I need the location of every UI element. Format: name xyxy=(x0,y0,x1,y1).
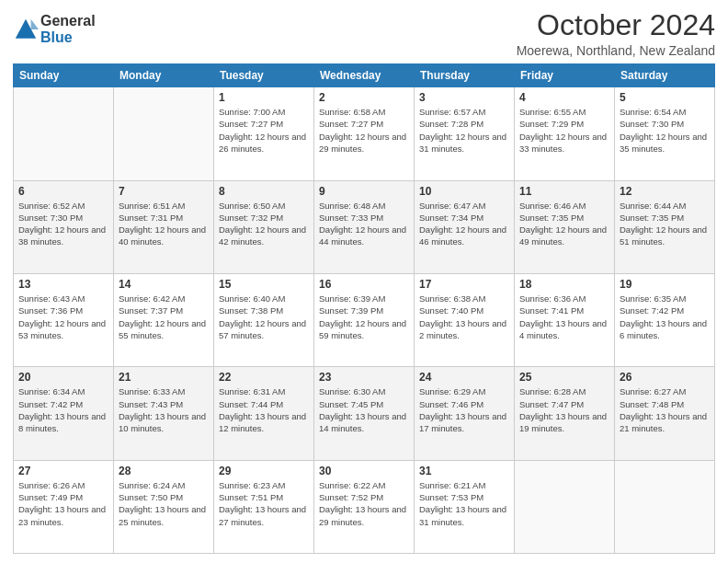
day-info: Sunrise: 6:42 AMSunset: 7:37 PMDaylight:… xyxy=(119,293,209,341)
day-info: Sunrise: 6:54 AMSunset: 7:30 PMDaylight:… xyxy=(620,106,710,155)
day-info: Sunrise: 6:48 AMSunset: 7:33 PMDaylight:… xyxy=(319,200,409,248)
col-tuesday: Tuesday xyxy=(214,64,314,87)
logo-icon xyxy=(13,17,39,42)
calendar-header: Sunday Monday Tuesday Wednesday Thursday… xyxy=(14,64,715,87)
day-info-line: Sunset: 7:28 PM xyxy=(419,118,509,130)
day-number: 14 xyxy=(119,278,209,291)
day-info-line: Sunrise: 6:55 AM xyxy=(519,106,609,118)
day-info: Sunrise: 6:39 AMSunset: 7:39 PMDaylight:… xyxy=(319,293,409,341)
table-row: 24Sunrise: 6:29 AMSunset: 7:46 PMDayligh… xyxy=(415,367,515,460)
table-row: 21Sunrise: 6:33 AMSunset: 7:43 PMDayligh… xyxy=(114,367,214,460)
calendar-table: Sunday Monday Tuesday Wednesday Thursday… xyxy=(13,63,715,554)
day-info: Sunrise: 6:40 AMSunset: 7:38 PMDaylight:… xyxy=(219,293,309,341)
table-row: 11Sunrise: 6:46 AMSunset: 7:35 PMDayligh… xyxy=(515,180,615,273)
day-info-line: Sunrise: 6:31 AM xyxy=(219,385,309,397)
table-row: 7Sunrise: 6:51 AMSunset: 7:31 PMDaylight… xyxy=(114,180,214,273)
table-row xyxy=(14,87,114,180)
table-row: 26Sunrise: 6:27 AMSunset: 7:48 PMDayligh… xyxy=(615,367,715,460)
table-row: 6Sunrise: 6:52 AMSunset: 7:30 PMDaylight… xyxy=(14,180,114,273)
day-info-line: Daylight: 13 hours and 23 minutes. xyxy=(18,503,108,528)
day-info-line: Sunset: 7:42 PM xyxy=(18,398,108,410)
table-row: 22Sunrise: 6:31 AMSunset: 7:44 PMDayligh… xyxy=(214,367,314,460)
day-info-line: Sunrise: 6:52 AM xyxy=(18,200,108,212)
day-info: Sunrise: 6:21 AMSunset: 7:53 PMDaylight:… xyxy=(419,479,509,528)
col-monday: Monday xyxy=(114,64,214,87)
day-info-line: Sunrise: 6:36 AM xyxy=(519,293,609,304)
day-info-line: Sunrise: 6:58 AM xyxy=(319,106,409,118)
day-info-line: Sunset: 7:52 PM xyxy=(319,491,409,503)
day-info-line: Sunset: 7:33 PM xyxy=(319,212,409,224)
day-number: 17 xyxy=(419,278,509,291)
day-info-line: Sunset: 7:35 PM xyxy=(620,212,710,224)
day-info: Sunrise: 6:30 AMSunset: 7:45 PMDaylight:… xyxy=(319,385,409,434)
day-info-line: Sunrise: 6:33 AM xyxy=(119,385,209,397)
day-info: Sunrise: 6:24 AMSunset: 7:50 PMDaylight:… xyxy=(119,479,209,528)
day-info: Sunrise: 6:34 AMSunset: 7:42 PMDaylight:… xyxy=(18,385,108,434)
day-info-line: Sunset: 7:35 PM xyxy=(519,212,609,224)
table-row: 19Sunrise: 6:35 AMSunset: 7:42 PMDayligh… xyxy=(615,273,715,366)
day-info-line: Daylight: 12 hours and 49 minutes. xyxy=(519,224,609,248)
day-info: Sunrise: 6:51 AMSunset: 7:31 PMDaylight:… xyxy=(119,200,209,248)
day-info-line: Sunset: 7:51 PM xyxy=(219,491,309,503)
day-info-line: Daylight: 12 hours and 38 minutes. xyxy=(18,224,108,248)
calendar-week-row: 13Sunrise: 6:43 AMSunset: 7:36 PMDayligh… xyxy=(14,273,715,366)
day-number: 21 xyxy=(119,371,209,384)
day-info: Sunrise: 6:33 AMSunset: 7:43 PMDaylight:… xyxy=(119,385,209,434)
day-info: Sunrise: 6:43 AMSunset: 7:36 PMDaylight:… xyxy=(18,293,108,341)
day-info-line: Sunrise: 6:35 AM xyxy=(620,293,710,304)
calendar-body: 1Sunrise: 7:00 AMSunset: 7:27 PMDaylight… xyxy=(14,87,715,554)
day-number: 29 xyxy=(219,465,309,477)
table-row: 5Sunrise: 6:54 AMSunset: 7:30 PMDaylight… xyxy=(615,87,715,180)
col-sunday: Sunday xyxy=(14,64,114,87)
day-number: 16 xyxy=(319,278,409,291)
day-info-line: Sunrise: 6:27 AM xyxy=(620,385,710,397)
day-info-line: Sunset: 7:50 PM xyxy=(119,491,209,503)
day-info-line: Daylight: 12 hours and 33 minutes. xyxy=(519,131,609,155)
day-number: 7 xyxy=(119,185,209,198)
day-info-line: Sunrise: 6:48 AM xyxy=(319,200,409,212)
day-info-line: Sunrise: 6:42 AM xyxy=(119,293,209,304)
day-info-line: Daylight: 13 hours and 10 minutes. xyxy=(119,410,209,435)
day-number: 3 xyxy=(419,91,509,104)
day-info: Sunrise: 6:44 AMSunset: 7:35 PMDaylight:… xyxy=(620,200,710,248)
day-number: 23 xyxy=(319,371,409,384)
col-saturday: Saturday xyxy=(615,64,715,87)
day-number: 5 xyxy=(620,91,710,104)
day-number: 15 xyxy=(219,278,309,291)
day-info: Sunrise: 6:57 AMSunset: 7:28 PMDaylight:… xyxy=(419,106,509,155)
day-info-line: Daylight: 12 hours and 57 minutes. xyxy=(219,317,309,342)
day-info: Sunrise: 6:50 AMSunset: 7:32 PMDaylight:… xyxy=(219,200,309,248)
table-row xyxy=(114,87,214,180)
calendar-week-row: 6Sunrise: 6:52 AMSunset: 7:30 PMDaylight… xyxy=(14,180,715,273)
table-row: 9Sunrise: 6:48 AMSunset: 7:33 PMDaylight… xyxy=(314,180,415,273)
table-row: 20Sunrise: 6:34 AMSunset: 7:42 PMDayligh… xyxy=(14,367,114,460)
table-row xyxy=(515,460,615,553)
table-row: 23Sunrise: 6:30 AMSunset: 7:45 PMDayligh… xyxy=(314,367,415,460)
day-info-line: Daylight: 12 hours and 31 minutes. xyxy=(419,131,509,155)
header: General Blue October 2024 Moerewa, North… xyxy=(13,9,715,58)
day-number: 22 xyxy=(219,371,309,384)
day-number: 27 xyxy=(18,465,108,477)
day-number: 20 xyxy=(18,371,108,384)
day-info-line: Sunrise: 6:23 AM xyxy=(219,479,309,491)
table-row: 12Sunrise: 6:44 AMSunset: 7:35 PMDayligh… xyxy=(615,180,715,273)
day-info: Sunrise: 6:36 AMSunset: 7:41 PMDaylight:… xyxy=(519,293,609,341)
day-info-line: Daylight: 12 hours and 29 minutes. xyxy=(319,131,409,155)
day-number: 10 xyxy=(419,185,509,198)
day-info-line: Daylight: 13 hours and 12 minutes. xyxy=(219,410,309,435)
table-row xyxy=(615,460,715,553)
day-info-line: Sunrise: 6:39 AM xyxy=(319,293,409,304)
calendar-week-row: 27Sunrise: 6:26 AMSunset: 7:49 PMDayligh… xyxy=(14,460,715,553)
day-info-line: Daylight: 13 hours and 8 minutes. xyxy=(18,410,108,435)
day-info-line: Sunrise: 6:34 AM xyxy=(18,385,108,397)
day-info-line: Daylight: 12 hours and 46 minutes. xyxy=(419,224,509,248)
title-block: October 2024 Moerewa, Northland, New Zea… xyxy=(517,9,715,58)
day-info-line: Daylight: 12 hours and 51 minutes. xyxy=(620,224,710,248)
day-info-line: Sunrise: 6:21 AM xyxy=(419,479,509,491)
table-row: 31Sunrise: 6:21 AMSunset: 7:53 PMDayligh… xyxy=(415,460,515,553)
day-info-line: Sunset: 7:29 PM xyxy=(519,118,609,130)
day-info-line: Sunset: 7:44 PM xyxy=(219,398,309,410)
header-row: Sunday Monday Tuesday Wednesday Thursday… xyxy=(14,64,715,87)
day-number: 28 xyxy=(119,465,209,477)
day-info: Sunrise: 6:22 AMSunset: 7:52 PMDaylight:… xyxy=(319,479,409,528)
